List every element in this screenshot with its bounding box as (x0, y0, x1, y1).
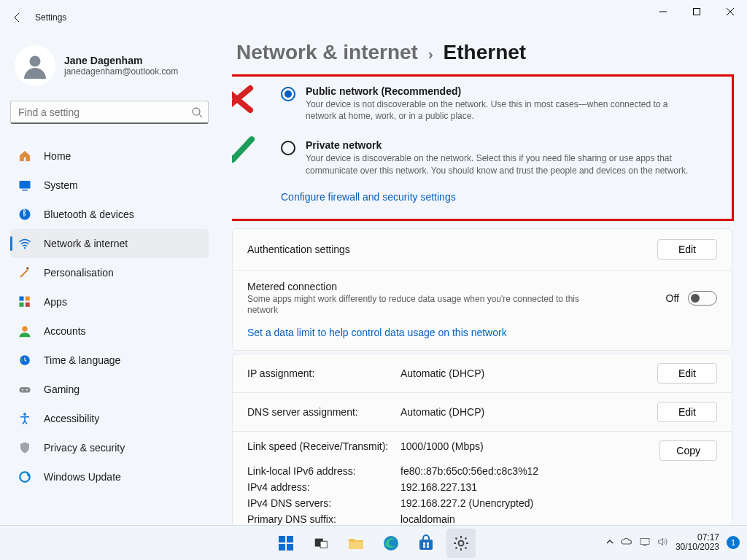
settings-taskbar-button[interactable] (446, 529, 476, 558)
info-label: IPv4 DNS servers: (247, 497, 400, 509)
svg-point-36 (459, 540, 464, 545)
sidebar-item-label: Accessibility (44, 413, 99, 424)
sidebar-item-label: Gaming (44, 384, 80, 395)
home-icon (18, 149, 32, 163)
maximize-button[interactable] (680, 0, 713, 23)
breadcrumb-current: Ethernet (444, 41, 527, 64)
sidebar-item-update[interactable]: Windows Update (10, 462, 209, 491)
wifi-icon (18, 236, 32, 251)
row-ip-assignment: IP assignment: Automatic (DHCP) Edit (233, 354, 732, 392)
network-info: Link speed (Receive/Transmit):1000/1000 … (233, 431, 732, 525)
svg-rect-24 (287, 536, 293, 542)
onedrive-icon[interactable] (620, 535, 633, 551)
radio-icon[interactable] (281, 141, 295, 155)
search-input[interactable] (10, 101, 209, 124)
minimize-button[interactable] (646, 0, 680, 23)
chevron-right-icon: › (428, 46, 433, 63)
user-block[interactable]: Jane Dagenham janedagenham@outlook.com (10, 45, 209, 86)
edit-auth-button[interactable]: Edit (657, 239, 717, 260)
sidebar-item-privacy[interactable]: Privacy & security (10, 433, 209, 462)
svg-rect-18 (20, 387, 31, 393)
sidebar-item-accessibility[interactable]: Accessibility (10, 404, 209, 433)
clock-icon (18, 353, 32, 368)
user-name: Jane Dagenham (64, 55, 178, 66)
row-title: DNS server assignment: (247, 406, 400, 418)
sidebar-item-apps[interactable]: Apps (10, 287, 209, 316)
start-button[interactable] (271, 529, 301, 558)
tray-chevron-icon[interactable] (605, 537, 614, 548)
radio-private-title: Private network (306, 139, 700, 151)
check-icon (232, 132, 258, 168)
radio-public-desc: Your device is not discoverable on the n… (306, 98, 700, 122)
info-label: Link-local IPv6 address: (247, 465, 400, 477)
bluetooth-icon (18, 207, 32, 222)
back-button[interactable] (0, 0, 35, 35)
metered-toggle[interactable] (688, 291, 717, 306)
datalimit-link[interactable]: Set a data limit to help control data us… (247, 327, 507, 338)
svg-line-6 (199, 114, 202, 117)
system-tray: 07:17 30/10/2023 1 (605, 525, 740, 560)
info-value: 192.168.227.131 (400, 481, 659, 493)
clock[interactable]: 07:17 30/10/2023 (676, 533, 719, 552)
breadcrumb-parent[interactable]: Network & internet (236, 41, 418, 64)
sidebar-item-network[interactable]: Network & internet (10, 229, 209, 258)
svg-rect-29 (349, 542, 363, 549)
row-metered: Metered connection Some apps might work … (233, 270, 732, 327)
row-dns-assignment: DNS server assignment: Automatic (DHCP) … (233, 392, 732, 431)
main-content[interactable]: Network & internet › Ethernet Public net… (232, 41, 747, 525)
edit-ip-button[interactable]: Edit (657, 363, 717, 384)
svg-rect-37 (640, 538, 649, 544)
sidebar: Jane Dagenham janedagenham@outlook.com H… (0, 41, 219, 525)
radio-private-desc: Your device is discoverable on the netwo… (306, 152, 700, 176)
sidebar-item-label: Apps (44, 296, 67, 308)
radio-icon[interactable] (281, 87, 295, 101)
svg-rect-8 (22, 190, 28, 191)
notification-badge[interactable]: 1 (727, 536, 740, 549)
row-value: Automatic (DHCP) (400, 406, 657, 418)
svg-point-21 (23, 413, 26, 416)
sidebar-item-accounts[interactable]: Accounts (10, 316, 209, 346)
radio-private[interactable]: Private network Your device is discovera… (281, 131, 717, 184)
breadcrumb: Network & internet › Ethernet (232, 41, 741, 64)
svg-rect-14 (20, 303, 24, 307)
taskbar: 07:17 30/10/2023 1 (0, 525, 747, 560)
edit-dns-button[interactable]: Edit (657, 402, 717, 422)
cross-icon (232, 82, 258, 118)
volume-icon[interactable] (657, 536, 668, 550)
info-label: Link speed (Receive/Transmit): (247, 440, 400, 461)
svg-rect-35 (427, 545, 429, 548)
radio-public[interactable]: Public network (Recommended) Your device… (281, 77, 717, 131)
sidebar-item-time[interactable]: Time & language (10, 346, 209, 375)
close-button[interactable] (713, 0, 747, 23)
copy-button[interactable]: Copy (659, 440, 717, 461)
explorer-button[interactable] (341, 529, 371, 558)
firewall-link[interactable]: Configure firewall and security settings (281, 191, 456, 203)
sidebar-item-label: System (44, 179, 78, 191)
network-tray-icon[interactable] (639, 536, 651, 550)
tray-date: 30/10/2023 (676, 542, 719, 552)
edge-button[interactable] (376, 529, 406, 558)
sidebar-item-gaming[interactable]: Gaming (10, 375, 209, 404)
brush-icon (18, 265, 32, 280)
svg-rect-11 (26, 267, 29, 270)
svg-rect-7 (20, 181, 31, 189)
sidebar-item-bluetooth[interactable]: Bluetooth & devices (10, 200, 209, 229)
svg-rect-12 (20, 297, 24, 301)
search-icon[interactable] (191, 106, 203, 118)
sidebar-item-personalisation[interactable]: Personalisation (10, 258, 209, 287)
svg-point-5 (193, 108, 200, 115)
sidebar-item-label: Windows Update (44, 471, 121, 483)
sidebar-item-system[interactable]: System (10, 171, 209, 200)
sidebar-item-label: Accounts (44, 325, 86, 337)
svg-point-4 (30, 56, 41, 67)
store-button[interactable] (411, 529, 441, 558)
svg-point-9 (20, 209, 31, 220)
shield-icon (18, 440, 32, 455)
taskview-button[interactable] (306, 529, 336, 558)
sidebar-item-home[interactable]: Home (10, 141, 209, 171)
apps-icon (18, 295, 32, 309)
svg-rect-31 (419, 540, 433, 550)
nav: Home System Bluetooth & devices Network … (10, 141, 209, 491)
avatar (15, 45, 55, 86)
svg-point-20 (26, 389, 28, 391)
